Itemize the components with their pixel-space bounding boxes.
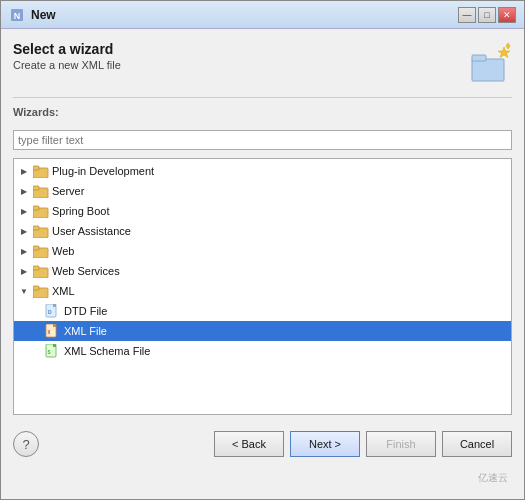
label-user-assistance: User Assistance: [52, 225, 131, 237]
svg-rect-7: [33, 166, 39, 170]
tree-item-user-assistance[interactable]: User Assistance: [14, 221, 511, 241]
new-wizard-window: N New — □ ✕ Select a wizard Create a new…: [0, 0, 525, 500]
file-icon-xml-schema: S: [45, 344, 61, 358]
select-wizard-title: Select a wizard: [13, 41, 121, 57]
filter-input-wrapper[interactable]: [13, 130, 512, 150]
filter-input[interactable]: [18, 134, 507, 146]
arrow-web-services: [18, 265, 30, 277]
window-title: New: [31, 8, 458, 22]
footer-left: ?: [13, 431, 39, 457]
folder-icon-server: [33, 184, 49, 198]
folder-icon-user-assistance: [33, 224, 49, 238]
footer: ? < Back Next > Finish Cancel: [13, 423, 512, 461]
svg-text:D: D: [48, 309, 52, 315]
label-xml-schema-file: XML Schema File: [64, 345, 150, 357]
minimize-button[interactable]: —: [458, 7, 476, 23]
help-button[interactable]: ?: [13, 431, 39, 457]
folder-icon-web-services: [33, 264, 49, 278]
svg-marker-5: [506, 43, 510, 49]
svg-rect-15: [33, 246, 39, 250]
arrow-xml: [18, 285, 30, 297]
tree-item-server[interactable]: Server: [14, 181, 511, 201]
folder-icon-spring-boot: [33, 204, 49, 218]
file-icon-xml: X: [45, 324, 61, 338]
maximize-button[interactable]: □: [478, 7, 496, 23]
back-button[interactable]: < Back: [214, 431, 284, 457]
arrow-plug-in-development: [18, 165, 30, 177]
svg-rect-17: [33, 266, 39, 270]
label-dtd-file: DTD File: [64, 305, 107, 317]
tree-item-xml-schema-file[interactable]: S XML Schema File: [14, 341, 511, 361]
label-xml: XML: [52, 285, 75, 297]
tree-item-spring-boot[interactable]: Spring Boot: [14, 201, 511, 221]
arrow-spring-boot: [18, 205, 30, 217]
header-icon: [464, 41, 512, 89]
folder-icon-xml: [33, 284, 49, 298]
svg-text:S: S: [48, 350, 51, 355]
tree-container: Plug-in Development Server: [13, 158, 512, 415]
tree-item-dtd-file[interactable]: D DTD File: [14, 301, 511, 321]
footer-right: < Back Next > Finish Cancel: [214, 431, 512, 457]
arrow-user-assistance: [18, 225, 30, 237]
svg-rect-11: [33, 206, 39, 210]
close-button[interactable]: ✕: [498, 7, 516, 23]
label-web: Web: [52, 245, 74, 257]
header-text: Select a wizard Create a new XML file: [13, 41, 121, 71]
label-web-services: Web Services: [52, 265, 120, 277]
svg-rect-2: [472, 59, 504, 81]
file-icon-dtd: D: [45, 304, 61, 318]
tree-item-web-services[interactable]: Web Services: [14, 261, 511, 281]
cancel-button[interactable]: Cancel: [442, 431, 512, 457]
wizard-decorative-icon: [464, 41, 512, 89]
watermark: 亿速云: [13, 469, 512, 487]
label-xml-file: XML File: [64, 325, 107, 337]
next-button[interactable]: Next >: [290, 431, 360, 457]
header-section: Select a wizard Create a new XML file: [13, 41, 512, 98]
finish-button[interactable]: Finish: [366, 431, 436, 457]
title-bar: N New — □ ✕: [1, 1, 524, 29]
svg-rect-13: [33, 226, 39, 230]
svg-rect-19: [33, 286, 39, 290]
window-controls: — □ ✕: [458, 7, 516, 23]
content-area: Select a wizard Create a new XML file Wi…: [1, 29, 524, 499]
folder-icon-web: [33, 244, 49, 258]
arrow-web: [18, 245, 30, 257]
svg-rect-3: [472, 55, 486, 61]
tree-scroll-area[interactable]: Plug-in Development Server: [14, 159, 511, 414]
wizards-label: Wizards:: [13, 106, 512, 118]
svg-rect-9: [33, 186, 39, 190]
select-wizard-subtitle: Create a new XML file: [13, 59, 121, 71]
tree-item-xml[interactable]: XML: [14, 281, 511, 301]
tree-item-xml-file[interactable]: X XML File: [14, 321, 511, 341]
label-spring-boot: Spring Boot: [52, 205, 109, 217]
folder-icon-plug-in-development: [33, 164, 49, 178]
svg-text:N: N: [14, 11, 21, 21]
window-icon: N: [9, 7, 25, 23]
label-server: Server: [52, 185, 84, 197]
tree-item-web[interactable]: Web: [14, 241, 511, 261]
arrow-server: [18, 185, 30, 197]
tree-item-plug-in-development[interactable]: Plug-in Development: [14, 161, 511, 181]
label-plug-in-development: Plug-in Development: [52, 165, 154, 177]
svg-text:X: X: [48, 330, 51, 335]
